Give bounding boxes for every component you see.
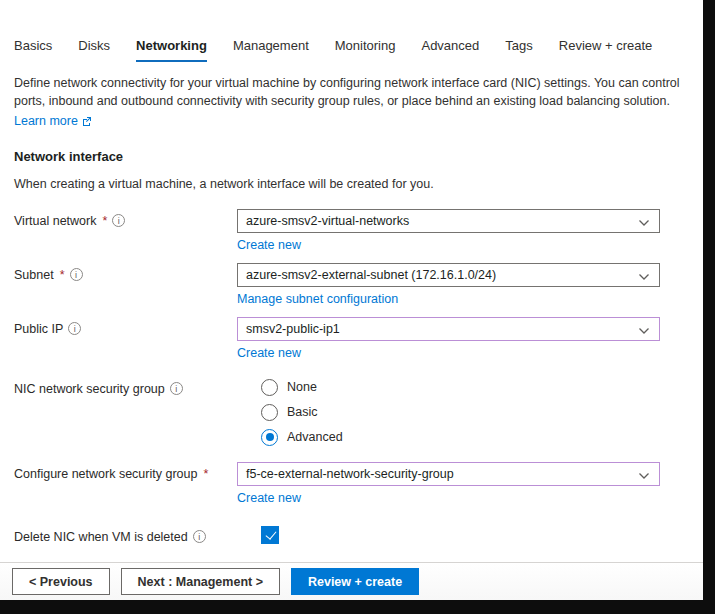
tab-management[interactable]: Management (233, 38, 309, 62)
public-ip-row: Public IP i smsv2-public-ip1 Create new (14, 317, 703, 361)
virtual-network-select[interactable]: azure-smsv2-virtual-networks (237, 209, 660, 233)
wizard-footer: < Previous Next : Management > Review + … (0, 562, 703, 600)
nic-nsg-label: NIC network security group i (14, 377, 237, 396)
configure-nsg-row: Configure network security group * f5-ce… (14, 462, 703, 506)
nic-nsg-option-none[interactable]: None (261, 379, 660, 396)
tab-disks[interactable]: Disks (78, 38, 110, 62)
public-ip-value: smsv2-public-ip1 (246, 322, 340, 336)
screenshot-frame: Basics Disks Networking Management Monit… (0, 0, 715, 614)
radio-label: Basic (287, 405, 318, 419)
configure-nsg-label: Configure network security group * (14, 462, 237, 481)
configure-nsg-create-new-link[interactable]: Create new (237, 491, 301, 505)
tab-review-create[interactable]: Review + create (559, 38, 653, 62)
virtual-network-label: Virtual network * i (14, 209, 237, 228)
radio-button-selected[interactable] (261, 429, 278, 446)
required-marker: * (60, 268, 65, 282)
subnet-label: Subnet * i (14, 263, 237, 282)
delete-nic-label: Delete NIC when VM is deleted i (14, 525, 237, 544)
required-marker: * (203, 467, 208, 481)
radio-button[interactable] (261, 404, 278, 421)
next-management-button[interactable]: Next : Management > (121, 568, 280, 595)
public-ip-label: Public IP i (14, 317, 237, 336)
nic-nsg-radio-group: None Basic Advanced (237, 377, 660, 446)
wizard-tabs: Basics Disks Networking Management Monit… (14, 38, 703, 62)
public-ip-label-text: Public IP (14, 322, 63, 336)
chevron-down-icon (638, 470, 650, 484)
previous-button[interactable]: < Previous (12, 568, 110, 595)
section-title-network-interface: Network interface (14, 149, 703, 164)
chevron-down-icon (638, 217, 650, 231)
delete-nic-label-text: Delete NIC when VM is deleted (14, 530, 188, 544)
info-icon[interactable]: i (193, 530, 206, 543)
chevron-down-icon (638, 271, 650, 285)
nic-nsg-row: NIC network security group i None Basic … (14, 377, 703, 446)
networking-form: Virtual network * i azure-smsv2-virtual-… (0, 209, 703, 601)
section-subtitle: When creating a virtual machine, a netwo… (14, 177, 703, 191)
info-icon[interactable]: i (68, 322, 81, 335)
networking-tab-panel: Basics Disks Networking Management Monit… (0, 0, 703, 600)
info-icon[interactable]: i (170, 382, 183, 395)
public-ip-select[interactable]: smsv2-public-ip1 (237, 317, 660, 341)
radio-button[interactable] (261, 379, 278, 396)
external-link-icon (82, 116, 92, 126)
required-marker: * (102, 214, 107, 228)
subnet-row: Subnet * i azure-smsv2-external-subnet (… (14, 263, 703, 307)
delete-nic-checkbox[interactable] (261, 526, 279, 544)
learn-more-label: Learn more (14, 114, 78, 128)
configure-nsg-label-text: Configure network security group (14, 467, 197, 481)
radio-label: None (287, 380, 317, 394)
subnet-value: azure-smsv2-external-subnet (172.16.1.0/… (246, 268, 496, 282)
subnet-select[interactable]: azure-smsv2-external-subnet (172.16.1.0/… (237, 263, 660, 287)
virtual-network-value: azure-smsv2-virtual-networks (246, 214, 409, 228)
configure-nsg-select[interactable]: f5-ce-external-network-security-group (237, 462, 660, 486)
radio-label: Advanced (287, 430, 343, 444)
review-create-button[interactable]: Review + create (291, 568, 419, 595)
tab-networking[interactable]: Networking (136, 38, 207, 62)
networking-description: Define network connectivity for your vir… (14, 75, 689, 111)
subnet-label-text: Subnet (14, 268, 54, 282)
nic-nsg-option-basic[interactable]: Basic (261, 404, 660, 421)
manage-subnet-configuration-link[interactable]: Manage subnet configuration (237, 292, 398, 306)
configure-nsg-value: f5-ce-external-network-security-group (246, 467, 454, 481)
virtual-network-create-new-link[interactable]: Create new (237, 238, 301, 252)
info-icon[interactable]: i (112, 214, 125, 227)
public-ip-create-new-link[interactable]: Create new (237, 346, 301, 360)
learn-more-link[interactable]: Learn more (14, 114, 92, 128)
chevron-down-icon (638, 325, 650, 339)
virtual-network-row: Virtual network * i azure-smsv2-virtual-… (14, 209, 703, 253)
nic-nsg-label-text: NIC network security group (14, 382, 165, 396)
tab-basics[interactable]: Basics (14, 38, 52, 62)
delete-nic-row: Delete NIC when VM is deleted i (14, 525, 703, 544)
tab-tags[interactable]: Tags (505, 38, 532, 62)
info-icon[interactable]: i (70, 268, 83, 281)
virtual-network-label-text: Virtual network (14, 214, 96, 228)
tab-monitoring[interactable]: Monitoring (335, 38, 396, 62)
tab-advanced[interactable]: Advanced (421, 38, 479, 62)
nic-nsg-option-advanced[interactable]: Advanced (261, 429, 660, 446)
